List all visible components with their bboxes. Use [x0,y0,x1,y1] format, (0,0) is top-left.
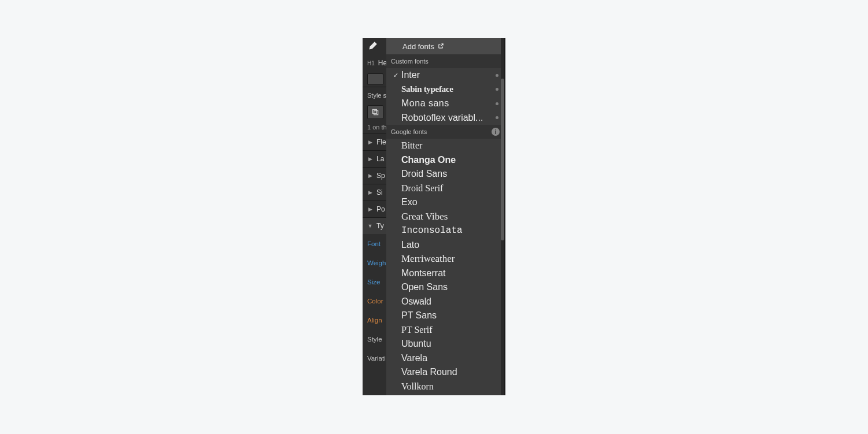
chevron-right-icon: ▶ [367,173,373,179]
font-name: Inconsolata [401,225,498,236]
font-option[interactable]: Exo [386,195,504,210]
scrollbar-thumb[interactable] [501,79,504,240]
chevron-right-icon: ▶ [367,156,373,162]
font-name: Droid Serif [401,183,498,194]
google-fonts-label: Google fonts [391,128,427,135]
status-dot-icon [496,74,498,77]
font-name: Varela [401,353,498,363]
accordion-label: Sp [376,172,385,180]
font-option[interactable]: Merriweather [386,252,504,266]
font-dropdown: Add fonts Custom fonts ✓InterSabin typef… [386,38,505,395]
status-dot-icon [496,88,498,91]
google-fonts-header: Google fonts i [386,125,504,139]
property-label: Color [367,298,383,305]
chevron-right-icon: ▶ [367,206,373,212]
selector-button[interactable] [367,105,383,119]
font-option[interactable]: Changa One [386,153,504,168]
font-name: Oswald [401,296,498,307]
font-name: Vollkorn [401,381,498,392]
font-option[interactable]: PT Serif [386,323,504,337]
font-option[interactable]: Vollkorn [386,380,504,394]
property-label: Align [367,317,382,324]
accordion-label: Po [376,205,385,213]
accordion-label: Fle [376,138,386,146]
property-label: Size [367,279,380,285]
font-name: Changa One [401,155,498,165]
font-option[interactable]: Varela [386,351,504,366]
property-label: Variati [367,355,386,362]
font-name: Open Sans [401,282,498,292]
chevron-right-icon: ▶ [367,139,373,145]
svg-rect-0 [372,109,376,113]
font-option[interactable]: Sabin typeface [386,83,504,97]
font-name: Ubuntu [401,339,498,349]
external-link-icon [438,43,444,50]
font-option[interactable]: Great Vibes [386,210,504,224]
element-label: He [378,59,387,67]
font-option[interactable]: Inconsolata [386,224,504,238]
status-dot-icon [496,116,498,119]
color-swatch[interactable] [367,73,383,85]
font-name: Sabin typeface [401,84,496,94]
selector-icon [371,108,379,116]
brush-icon [367,41,378,51]
font-name: Exo [401,197,498,207]
status-dot-icon [496,102,498,105]
font-name: Inter [401,70,496,80]
property-label: Font [367,240,381,247]
font-option[interactable]: PT Sans [386,309,504,323]
accordion-label: Si [376,188,383,196]
add-fonts-button[interactable]: Add fonts [386,38,504,54]
check-icon: ✓ [393,72,401,79]
font-name: Varela Round [401,367,498,377]
add-fonts-label: Add fonts [402,42,434,51]
font-name: Robotoflex variabl... [401,113,496,123]
chevron-down-icon: ▼ [367,223,373,229]
property-label: Style [367,336,382,343]
font-option[interactable]: Droid Sans [386,167,504,181]
font-option[interactable]: ✓Inter [386,68,504,83]
font-name: Bitter [401,140,498,151]
info-icon[interactable]: i [492,128,500,136]
font-name: Montserrat [401,268,498,279]
font-name: Droid Sans [401,169,498,179]
font-name: Great Vibes [401,211,498,222]
font-option[interactable]: Droid Serif [386,181,504,196]
custom-fonts-header: Custom fonts [386,54,504,68]
font-name: Merriweather [401,253,498,265]
font-name: Mona sans [401,98,496,109]
font-option[interactable]: Open Sans [386,280,504,295]
property-label: Weigh [367,259,386,266]
font-option[interactable]: Lato [386,238,504,253]
font-name: Lato [401,240,498,250]
chevron-right-icon: ▶ [367,190,373,195]
font-option[interactable]: Ubuntu [386,337,504,351]
tag-badge: H1 [367,60,375,66]
font-name: PT Serif [401,325,498,335]
font-option[interactable]: Varela Round [386,365,504,380]
font-option[interactable]: Robotoflex variabl... [386,111,504,125]
accordion-label: Ty [376,222,384,230]
font-option[interactable]: Mona sans [386,97,504,111]
custom-fonts-label: Custom fonts [391,58,429,65]
font-option[interactable]: Oswald [386,295,504,309]
font-name: PT Sans [401,310,498,321]
font-option[interactable]: Bitter [386,139,504,153]
font-option[interactable]: Montserrat [386,266,504,281]
accordion-label: La [376,155,384,163]
